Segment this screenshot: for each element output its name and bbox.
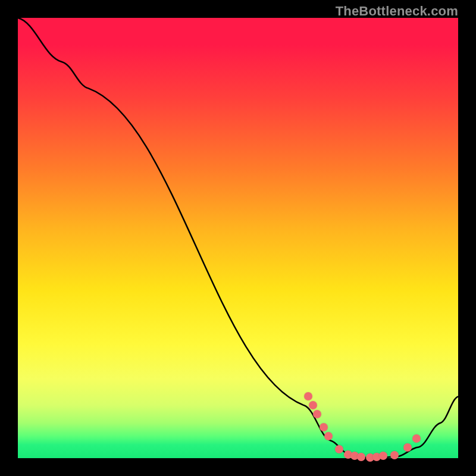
data-marker [390, 451, 399, 459]
data-marker [379, 452, 387, 460]
chart-stage: TheBottleneck.com [0, 0, 476, 476]
data-marker [320, 423, 328, 431]
curve-layer [18, 18, 458, 458]
data-marker [309, 401, 317, 409]
data-marker [304, 392, 312, 400]
data-marker [335, 445, 343, 453]
data-marker [412, 434, 421, 443]
attribution-text: TheBottleneck.com [336, 4, 458, 19]
plot-area [18, 18, 458, 458]
data-marker [324, 432, 333, 440]
data-marker [313, 410, 321, 418]
main-curve [18, 18, 458, 458]
data-marker [357, 453, 365, 461]
data-marker [403, 443, 412, 452]
